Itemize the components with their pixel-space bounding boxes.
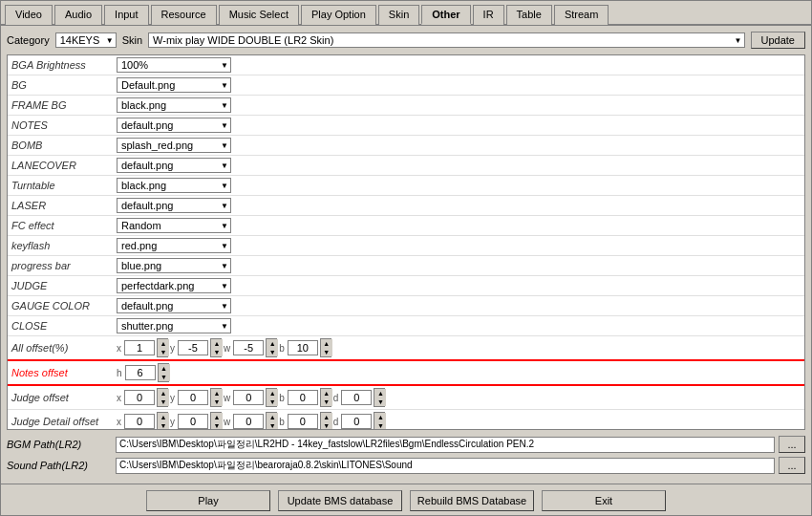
tab-ir[interactable]: IR: [473, 5, 504, 25]
prop-name: FRAME BG: [8, 96, 113, 116]
prop-select-wrapper[interactable]: default.png: [117, 198, 231, 213]
offset-field-input[interactable]: [178, 340, 208, 355]
bottom-btn-play[interactable]: Play: [146, 490, 270, 511]
category-select[interactable]: 14KEYS: [55, 32, 117, 48]
prop-select-wrapper[interactable]: black.png: [117, 97, 231, 113]
prop-select[interactable]: Random: [117, 218, 231, 233]
path-browse-button[interactable]: ...: [779, 457, 805, 474]
spin-up[interactable]: ▲: [158, 389, 169, 398]
offset-field-input[interactable]: [288, 414, 318, 429]
spin-up[interactable]: ▲: [374, 413, 386, 421]
offset-field-input[interactable]: [288, 340, 318, 355]
spin-down[interactable]: ▼: [267, 348, 278, 356]
spin-down[interactable]: ▼: [211, 348, 223, 356]
prop-select-wrapper[interactable]: default.png: [117, 298, 231, 313]
prop-select[interactable]: default.png: [117, 118, 231, 133]
bottom-btn-exit[interactable]: Exit: [542, 490, 666, 511]
spin-down[interactable]: ▼: [267, 421, 278, 430]
spin-up[interactable]: ▲: [267, 413, 278, 421]
tab-table[interactable]: Table: [506, 5, 552, 25]
spin-up[interactable]: ▲: [158, 339, 169, 348]
prop-select[interactable]: 100%: [117, 57, 231, 73]
path-input[interactable]: [116, 458, 775, 474]
tab-bar: VideoAudioInputResourceMusic SelectPlay …: [1, 1, 811, 26]
offset-field-input[interactable]: [124, 414, 155, 429]
spin-up[interactable]: ▲: [211, 389, 223, 398]
offset-field-input[interactable]: [125, 365, 156, 380]
category-select-wrapper[interactable]: 14KEYS: [55, 32, 117, 48]
path-input[interactable]: [116, 437, 775, 453]
prop-select-wrapper[interactable]: blue.png: [117, 258, 231, 273]
offset-field-input[interactable]: [178, 390, 208, 405]
spin-down[interactable]: ▼: [211, 421, 223, 430]
tab-audio[interactable]: Audio: [54, 5, 102, 25]
update-button[interactable]: Update: [751, 32, 805, 49]
spin-down[interactable]: ▼: [158, 421, 169, 430]
offset-field-input[interactable]: [341, 414, 372, 429]
prop-select[interactable]: default.png: [117, 298, 231, 313]
tab-play-option[interactable]: Play Option: [301, 5, 376, 25]
prop-select-wrapper[interactable]: Random: [117, 218, 231, 233]
spin-up[interactable]: ▲: [321, 389, 332, 398]
tab-resource[interactable]: Resource: [151, 5, 217, 25]
offset-field-input[interactable]: [124, 340, 155, 355]
spin-up[interactable]: ▲: [374, 389, 386, 398]
spin-down[interactable]: ▼: [158, 348, 169, 356]
prop-select[interactable]: shutter.png: [117, 318, 231, 333]
spin-down[interactable]: ▼: [211, 398, 223, 406]
prop-select[interactable]: blue.png: [117, 258, 231, 273]
offset-field-input[interactable]: [124, 390, 155, 405]
spin-up[interactable]: ▲: [211, 413, 223, 421]
offset-field-input[interactable]: [233, 414, 264, 429]
spin-down[interactable]: ▼: [321, 348, 332, 356]
spin-up[interactable]: ▲: [159, 364, 170, 373]
prop-select[interactable]: Default.png: [117, 77, 231, 93]
prop-select[interactable]: default.png: [117, 198, 231, 213]
prop-select[interactable]: red.png: [117, 238, 231, 253]
tab-other[interactable]: Other: [421, 5, 470, 25]
spin-up[interactable]: ▲: [267, 389, 278, 398]
prop-select[interactable]: splash_red.png: [117, 138, 231, 153]
prop-select-wrapper[interactable]: Default.png: [117, 77, 231, 93]
prop-select-wrapper[interactable]: shutter.png: [117, 318, 231, 333]
tab-skin[interactable]: Skin: [378, 5, 419, 25]
spin-down[interactable]: ▼: [374, 398, 386, 406]
prop-select-wrapper[interactable]: perfectdark.png: [117, 278, 231, 293]
spin-down[interactable]: ▼: [321, 398, 332, 406]
prop-select-wrapper[interactable]: default.png: [117, 158, 231, 173]
prop-select-wrapper[interactable]: 100%: [117, 57, 231, 73]
prop-select[interactable]: default.png: [117, 158, 231, 173]
prop-select[interactable]: black.png: [117, 97, 231, 113]
prop-select-wrapper[interactable]: black.png: [117, 178, 231, 193]
offset-field-input[interactable]: [341, 390, 372, 405]
spin-down[interactable]: ▼: [159, 373, 170, 381]
spin-up[interactable]: ▲: [321, 413, 332, 421]
skin-select-wrapper[interactable]: W-mix play WIDE DOUBLE (LR2 Skin): [148, 32, 744, 48]
offset-field-input[interactable]: [178, 414, 208, 429]
spin-down[interactable]: ▼: [158, 398, 169, 406]
skin-select[interactable]: W-mix play WIDE DOUBLE (LR2 Skin): [148, 32, 744, 48]
spin-down[interactable]: ▼: [321, 421, 332, 430]
spin-up[interactable]: ▲: [321, 339, 332, 348]
prop-select-wrapper[interactable]: default.png: [117, 118, 231, 133]
offset-field-input[interactable]: [233, 340, 264, 355]
spin-down[interactable]: ▼: [267, 398, 278, 406]
offset-field-input[interactable]: [288, 390, 318, 405]
tab-video[interactable]: Video: [5, 5, 53, 25]
prop-select-wrapper[interactable]: splash_red.png: [117, 138, 231, 153]
spin-up[interactable]: ▲: [158, 413, 169, 421]
offset-field-input[interactable]: [233, 390, 264, 405]
path-browse-button[interactable]: ...: [779, 436, 805, 453]
tab-music-select[interactable]: Music Select: [219, 5, 299, 25]
spin-up[interactable]: ▲: [211, 339, 223, 348]
tab-input[interactable]: Input: [104, 5, 148, 25]
spin-down[interactable]: ▼: [374, 421, 386, 430]
tab-stream[interactable]: Stream: [554, 5, 609, 25]
prop-select[interactable]: black.png: [117, 178, 231, 193]
spin-up[interactable]: ▲: [267, 339, 278, 348]
bottom-btn-update-bms[interactable]: Update BMS database: [278, 490, 402, 511]
prop-select-wrapper[interactable]: red.png: [117, 238, 231, 253]
bottom-btn-rebuild-bms[interactable]: Rebuild BMS Database: [410, 490, 534, 511]
prop-select[interactable]: perfectdark.png: [117, 278, 231, 293]
prop-value: default.png: [113, 196, 804, 216]
